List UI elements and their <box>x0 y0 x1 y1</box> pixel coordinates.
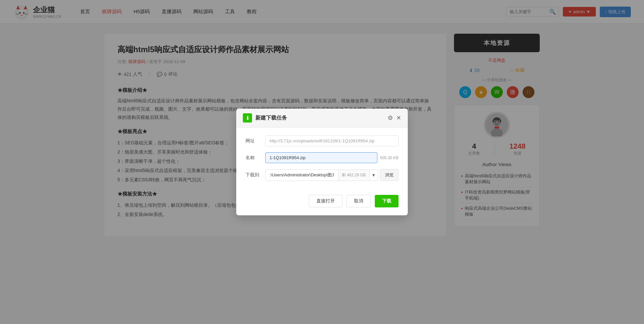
cancel-button[interactable]: 取消 <box>346 195 371 207</box>
name-label: 名称 <box>245 155 265 161</box>
url-row: 网址 <box>245 135 399 146</box>
filename-input[interactable] <box>265 152 377 163</box>
path-label: 下载到 <box>245 172 265 178</box>
modal-title: 新建下载任务 <box>255 115 287 122</box>
modal-body: 网址 名称 605.30 KB 下载到 剩 462.29 GB ▼ 浏览 <box>236 127 408 195</box>
browse-button[interactable]: 浏览 <box>380 169 399 181</box>
download-button[interactable]: 下载 <box>375 195 399 207</box>
url-input[interactable] <box>265 135 399 146</box>
modal-settings-button[interactable]: ⚙ <box>388 114 393 122</box>
file-size: 605.30 KB <box>380 156 399 160</box>
modal-close-button[interactable]: ✕ <box>396 114 401 122</box>
path-input[interactable] <box>266 170 338 181</box>
path-dropdown-button[interactable]: ▼ <box>369 170 378 181</box>
modal-title-area: ⬇ 新建下载任务 <box>243 113 287 123</box>
modal-footer: 直接打开 取消 下载 <box>236 195 408 215</box>
name-row: 名称 605.30 KB <box>245 152 399 163</box>
modal-header: ⬇ 新建下载任务 ⚙ ✕ <box>236 109 408 127</box>
path-row: 下载到 剩 462.29 GB ▼ 浏览 <box>245 169 399 181</box>
path-free-space: 剩 462.29 GB <box>338 170 369 181</box>
url-label: 网址 <box>245 138 265 144</box>
modal-overlay[interactable]: ⬇ 新建下载任务 ⚙ ✕ 网址 名称 605.30 KB 下载到 <box>0 0 644 246</box>
download-modal: ⬇ 新建下载任务 ⚙ ✕ 网址 名称 605.30 KB 下载到 <box>236 109 408 215</box>
modal-header-icons: ⚙ ✕ <box>388 114 401 122</box>
path-wrap: 剩 462.29 GB ▼ <box>265 169 378 181</box>
direct-open-button[interactable]: 直接打开 <box>309 195 342 207</box>
modal-download-icon: ⬇ <box>243 113 252 123</box>
